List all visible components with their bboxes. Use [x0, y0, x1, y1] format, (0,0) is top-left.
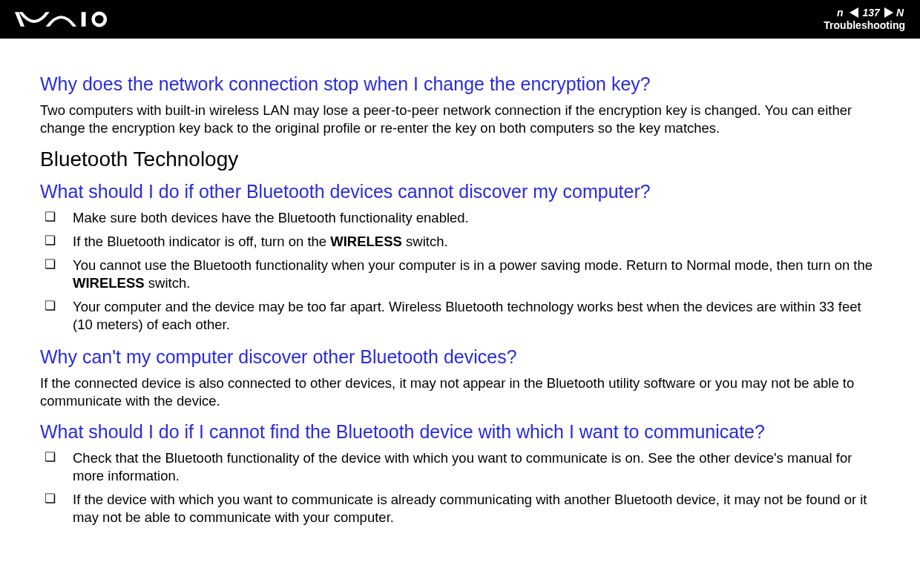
nav-n-left: n — [837, 7, 844, 18]
arrow-right-icon[interactable] — [884, 7, 893, 18]
list-text: switch. — [145, 275, 191, 291]
list-text: If the device with which you want to com… — [73, 492, 867, 525]
bullet-list: Check that the Bluetooth functionality o… — [40, 449, 880, 526]
section-heading: Bluetooth Technology — [40, 148, 880, 171]
list-item: Make sure both devices have the Bluetoot… — [40, 209, 880, 227]
body-paragraph: If the connected device is also connecte… — [40, 374, 880, 409]
page-nav: n 137 N — [824, 7, 905, 18]
question-heading: Why does the network connection stop whe… — [40, 73, 880, 96]
svg-rect-0 — [82, 12, 86, 27]
question-heading: What should I do if other Bluetooth devi… — [40, 180, 880, 203]
vaio-logo — [15, 0, 111, 39]
question-heading: What should I do if I cannot find the Bl… — [40, 420, 880, 443]
list-item: Check that the Bluetooth functionality o… — [40, 449, 880, 485]
page-content: Why does the network connection stop whe… — [0, 39, 920, 526]
page-number: 137 — [863, 7, 880, 18]
nav-n-right: N — [896, 7, 904, 18]
header-bar: n 137 N Troubleshooting — [0, 0, 920, 39]
question-heading: Why can't my computer discover other Blu… — [40, 346, 880, 369]
list-item: If the Bluetooth indicator is off, turn … — [40, 233, 880, 251]
list-text: Your computer and the device may be too … — [73, 299, 861, 332]
bold-text: WIRELESS — [330, 234, 402, 249]
list-text: You cannot use the Bluetooth functionali… — [73, 257, 873, 273]
list-text: Make sure both devices have the Bluetoot… — [73, 210, 469, 225]
header-right: n 137 N Troubleshooting — [824, 7, 905, 31]
list-item: Your computer and the device may be too … — [40, 298, 880, 334]
list-text: If the Bluetooth indicator is off, turn … — [73, 234, 330, 249]
list-item: You cannot use the Bluetooth functionali… — [40, 257, 880, 292]
list-text: Check that the Bluetooth functionality o… — [73, 450, 852, 483]
arrow-left-icon[interactable] — [850, 7, 858, 18]
svg-point-2 — [95, 15, 104, 24]
section-label: Troubleshooting — [824, 19, 905, 31]
bullet-list: Make sure both devices have the Bluetoot… — [40, 209, 880, 334]
body-paragraph: Two computers with built-in wireless LAN… — [40, 102, 880, 136]
list-item: If the device with which you want to com… — [40, 491, 880, 526]
list-text: switch. — [402, 234, 448, 249]
bold-text: WIRELESS — [73, 275, 145, 291]
